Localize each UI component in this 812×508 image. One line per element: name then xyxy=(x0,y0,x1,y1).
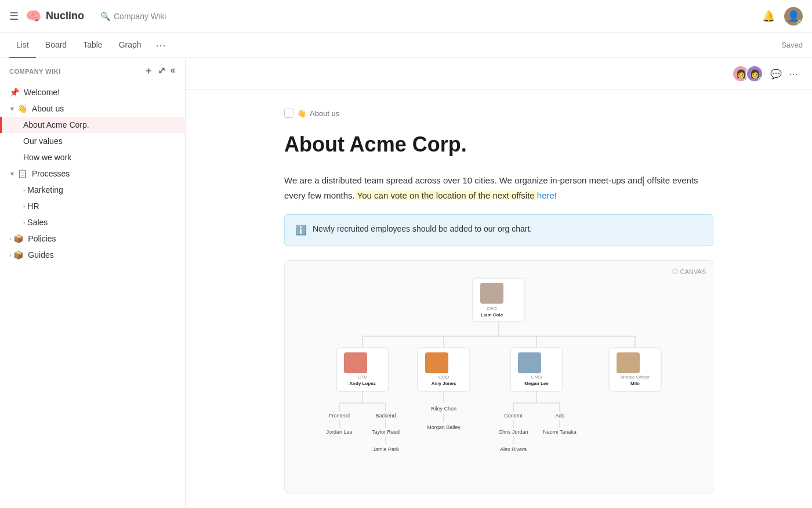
canvas-text: CANVAS xyxy=(680,268,706,275)
collab-avatar-2: 👩 xyxy=(746,65,763,82)
svg-text:Taylor Reed: Taylor Reed xyxy=(372,429,400,435)
chevron-right-icon: › xyxy=(23,219,25,226)
svg-text:Morgan Bailey: Morgan Bailey xyxy=(427,424,461,430)
org-chart-svg: CEO Liam Cole C xyxy=(319,272,679,481)
content-header: 👩 👩 💬 ⋯ xyxy=(186,58,812,90)
sidebar-item-label: Policies xyxy=(28,234,169,243)
app-name: Nuclino xyxy=(46,10,84,22)
canvas-icon: ⬡ xyxy=(672,268,678,275)
svg-rect-23 xyxy=(617,352,640,373)
content-inner: 👋 About us About Acme Corp. We are a dis… xyxy=(249,90,748,508)
more-options-icon[interactable]: ⋯ xyxy=(789,69,798,80)
breadcrumb: 👋 About us xyxy=(284,109,713,118)
info-text: Newly recruited employees should be adde… xyxy=(313,223,532,235)
svg-text:Liam Cole: Liam Cole xyxy=(481,312,503,318)
highlighted-text: You can vote on the location of the next… xyxy=(355,190,537,200)
chevron-right-icon: › xyxy=(23,187,25,193)
svg-text:CTO: CTO xyxy=(358,374,368,380)
tab-graph[interactable]: Graph xyxy=(112,33,148,58)
coo-node: COO Amy Jones xyxy=(418,348,470,391)
ceo-node: CEO Liam Cole xyxy=(473,278,525,322)
content-area: 👩 👩 💬 ⋯ 👋 About us About Acme Corp. xyxy=(186,58,812,508)
search-area[interactable]: 🔍 Company Wiki xyxy=(100,12,166,21)
sidebar-item-label: HR xyxy=(27,201,169,211)
sidebar-item-our-values[interactable]: Our values xyxy=(0,133,185,149)
info-icon: ℹ️ xyxy=(295,224,307,237)
book-icon: 📦 xyxy=(13,250,23,260)
sidebar-section-title: COMPANY WIKI xyxy=(9,68,61,75)
here-link[interactable]: here xyxy=(537,190,554,200)
svg-text:Jamie Park: Jamie Park xyxy=(372,446,399,452)
sidebar-item-sales[interactable]: › Sales ☐ xyxy=(0,214,185,230)
sidebar-item-label: Our values xyxy=(23,136,176,146)
sidebar-header: COMPANY WIKI ＋ ⤢ « xyxy=(0,58,185,84)
morale-node: Morale Officer Milo xyxy=(609,348,661,391)
sidebar-item-processes[interactable]: ▼ 📋 Processes ☐ xyxy=(0,165,185,182)
collapse-arrow-icon: ▼ xyxy=(9,171,15,177)
add-item-icon[interactable]: ＋ xyxy=(144,65,154,77)
collaborator-avatars: 👩 👩 xyxy=(732,65,763,82)
bell-icon[interactable]: 🔔 xyxy=(762,10,775,23)
online-indicator xyxy=(798,20,802,25)
user-avatar[interactable]: 👤 xyxy=(784,7,803,26)
svg-text:CMO: CMO xyxy=(531,374,542,380)
svg-rect-1 xyxy=(480,283,503,304)
info-box: ℹ️ Newly recruited employees should be a… xyxy=(284,214,713,246)
svg-text:Naomi Tanaka: Naomi Tanaka xyxy=(543,429,576,435)
search-icon: 🔍 xyxy=(100,12,110,21)
sidebar-item-about-us[interactable]: ▼ 👋 About us ☐ xyxy=(0,100,185,117)
svg-text:Andy Lopez: Andy Lopez xyxy=(349,381,375,386)
sidebar-item-how-we-work[interactable]: How we work xyxy=(0,149,185,165)
svg-text:Backend: Backend xyxy=(375,413,396,419)
svg-text:CEO: CEO xyxy=(487,306,496,311)
more-tabs-icon[interactable]: ⋯ xyxy=(155,39,166,52)
svg-text:Alex Rivera: Alex Rivera xyxy=(500,446,527,452)
breadcrumb-checkbox[interactable] xyxy=(284,109,293,118)
svg-text:Content: Content xyxy=(504,413,523,419)
tab-board[interactable]: Board xyxy=(38,33,74,58)
org-chart-container: ⬡ CANVAS CEO Liam Cole xyxy=(284,260,713,493)
svg-text:Frontend: Frontend xyxy=(329,413,350,419)
collapse-arrow-icon: › xyxy=(9,252,11,258)
svg-text:Jordan Lee: Jordan Lee xyxy=(326,429,352,435)
page-title: About Acme Corp. xyxy=(284,132,713,157)
svg-text:Megan Lee: Megan Lee xyxy=(524,381,549,386)
main-layout: COMPANY WIKI ＋ ⤢ « 📌 Welcome! ▼ 👋 About … xyxy=(0,58,812,508)
sidebar-item-welcome[interactable]: 📌 Welcome! xyxy=(0,84,185,100)
svg-rect-15 xyxy=(425,352,448,373)
sidebar-item-guides[interactable]: › 📦 Guides ☐ xyxy=(0,247,185,263)
sidebar-item-policies[interactable]: › 📦 Policies ☐ xyxy=(0,230,185,247)
breadcrumb-text: About us xyxy=(310,109,339,118)
sidebar-item-about-acme[interactable]: About Acme Corp. ☐ xyxy=(0,117,185,133)
sidebar-item-marketing[interactable]: › Marketing ☐ xyxy=(0,182,185,198)
saved-status: Saved xyxy=(781,41,803,49)
svg-text:Morale Officer: Morale Officer xyxy=(621,374,650,380)
sidebar-header-icons: ＋ ⤢ « xyxy=(144,65,176,77)
sidebar: COMPANY WIKI ＋ ⤢ « 📌 Welcome! ▼ 👋 About … xyxy=(0,58,186,508)
expand-icon[interactable]: ⤢ xyxy=(158,65,166,77)
breadcrumb-icon: 👋 xyxy=(297,109,306,118)
wave-icon: 👋 xyxy=(17,104,27,113)
sidebar-item-label: Processes xyxy=(32,169,169,178)
sidebar-item-label: About Acme Corp. xyxy=(23,120,169,129)
pin-icon: 📌 xyxy=(9,88,19,97)
svg-text:Chris Jordan: Chris Jordan xyxy=(498,429,528,435)
sidebar-item-label: Sales xyxy=(27,218,169,227)
svg-text:Riley Chen: Riley Chen xyxy=(431,406,456,412)
comment-icon[interactable]: 💬 xyxy=(770,69,782,80)
sidebar-item-label: Marketing xyxy=(27,185,169,194)
sidebar-item-label: About us xyxy=(32,104,169,113)
tab-list[interactable]: List xyxy=(9,33,36,58)
sidebar-item-label: How we work xyxy=(23,153,176,162)
tab-table[interactable]: Table xyxy=(76,33,109,58)
collapse-arrow-icon: ▼ xyxy=(9,106,15,112)
svg-text:Ads: Ads xyxy=(555,413,564,419)
collapse-sidebar-icon[interactable]: « xyxy=(171,65,176,77)
svg-text:Amy Jones: Amy Jones xyxy=(432,381,456,386)
sidebar-item-hr[interactable]: › HR ☐ xyxy=(0,198,185,214)
hamburger-icon[interactable]: ☰ xyxy=(9,10,19,23)
content-paragraph-1: We are a distributed team spread across … xyxy=(284,173,713,203)
search-label: Company Wiki xyxy=(114,12,166,21)
svg-rect-11 xyxy=(344,352,367,373)
collapse-arrow-icon: › xyxy=(9,236,11,242)
